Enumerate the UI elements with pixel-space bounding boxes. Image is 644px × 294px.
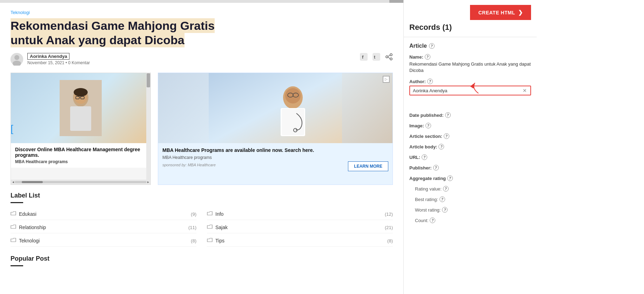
image-help-icon[interactable]: ? (425, 123, 431, 128)
facebook-icon[interactable]: f (360, 53, 368, 62)
publisher-help-icon[interactable]: ? (433, 165, 439, 171)
aggregate-rating-help-icon[interactable]: ? (447, 175, 453, 181)
ad-left-image (11, 73, 150, 143)
ad-flag: ▷ (383, 76, 390, 83)
folder-icon-info (207, 211, 213, 218)
right-panel: CREATE HTML ❯ Records (1) Article ? Name… (403, 0, 537, 294)
ad-block-right: ▷ MBA Healthcare Programs are available … (158, 73, 393, 185)
url-field-row: URL: ? (409, 154, 531, 160)
best-rating-help-icon[interactable]: ? (440, 196, 445, 202)
label-item-tips[interactable]: Tips (8) (207, 235, 393, 247)
svg-rect-20 (209, 73, 342, 143)
label-item-sajak[interactable]: Sajak (21) (207, 222, 393, 233)
ad-right-image: ▷ (158, 73, 393, 143)
svg-point-9 (390, 58, 392, 60)
url-help-icon[interactable]: ? (422, 154, 427, 160)
date-field-label: Date published: ? (409, 112, 531, 118)
article-section-help-icon[interactable]: ? (444, 133, 449, 139)
records-title: Records (1) (409, 20, 531, 32)
popular-post-underline (11, 265, 23, 266)
scroll-right-arrow[interactable]: ▸ (147, 180, 150, 184)
ad-sponsored: sponsored by: MBA Healthcare (162, 163, 216, 167)
rating-value-help-icon[interactable]: ? (443, 186, 449, 192)
svg-text:t: t (374, 55, 375, 60)
count-help-icon[interactable]: ? (430, 218, 435, 223)
popular-post-section: Popular Post (11, 255, 393, 266)
panel-body: Article ? Name: ? Rekomendasi Game Mahjo… (404, 37, 537, 234)
article-category[interactable]: Teknologi (11, 10, 393, 15)
aggregate-rating-label: Aggregate rating ? (409, 175, 531, 181)
ad-right-bottom: sponsored by: MBA Healthcare LEARN MORE (162, 161, 388, 171)
author-clear-button[interactable]: ✕ (522, 88, 528, 93)
rating-value-label: Rating value: ? (415, 186, 531, 192)
label-item-edukasi[interactable]: Edukasi (9) (11, 209, 196, 220)
article-body-field-row: Article body: ? (409, 144, 531, 149)
image-field-label: Image: ? (409, 123, 531, 128)
label-item-info[interactable]: Info (12) (207, 209, 393, 220)
svg-point-7 (390, 54, 392, 56)
folder-icon-edukasi (11, 211, 16, 218)
folder-icon-tips (207, 238, 213, 244)
folder-icon-relationship (11, 224, 16, 231)
author-help-icon[interactable]: ? (427, 79, 433, 84)
folder-icon-sajak (207, 224, 213, 231)
ad-left-title: Discover Online MBA Healthcare Managemen… (15, 147, 146, 158)
author-name[interactable]: Aorinka Anendya (27, 53, 69, 60)
worst-rating-help-icon[interactable]: ? (442, 207, 448, 213)
create-html-arrow: ❯ (518, 9, 523, 16)
date-help-icon[interactable]: ? (445, 112, 451, 118)
author-input[interactable] (413, 88, 522, 93)
svg-line-10 (388, 55, 390, 56)
author-row: Aorinka Anendya November 15, 2021 • 0 Ko… (11, 53, 393, 66)
scrollbar-thumb (389, 0, 403, 3)
article-title: Rekomendasi Game Mahjong Gratis untuk An… (11, 18, 215, 47)
ad-left-hscrollbar[interactable]: ◂ ▸ (11, 180, 150, 185)
ad-block-left: [ Discover (11, 73, 151, 185)
url-field-label: URL: ? (409, 154, 531, 160)
name-field-value: Rekomendasi Game Mahjong Gratis untuk An… (409, 61, 531, 74)
svg-rect-24 (282, 109, 304, 135)
author-avatar (11, 53, 23, 66)
best-rating-label: Best rating: ? (415, 196, 531, 202)
rating-value-row: Rating value: ? (409, 186, 531, 192)
page-scrollbar[interactable] (0, 0, 403, 3)
panel-header: CREATE HTML ❯ Records (1) (404, 0, 537, 37)
main-content: Teknologi Rekomendasi Game Mahjong Grati… (0, 0, 403, 294)
scroll-left-arrow[interactable]: ◂ (12, 180, 15, 184)
date-field-row: Date published: ? (409, 112, 531, 118)
ad-left-vscrollbar[interactable] (146, 73, 150, 185)
svg-point-8 (386, 56, 388, 58)
worst-rating-row: Worst rating: ? (409, 207, 531, 213)
svg-line-11 (388, 57, 390, 59)
article-body-help-icon[interactable]: ? (438, 144, 444, 149)
article-section-title: Article ? (409, 43, 531, 49)
name-field-label: Name: ? (409, 54, 531, 60)
twitter-icon[interactable]: t (373, 53, 380, 62)
best-rating-row: Best rating: ? (409, 196, 531, 202)
label-underline (11, 202, 23, 203)
label-item-relationship[interactable]: Relationship (11) (11, 222, 196, 233)
scroll-track (15, 181, 147, 183)
popular-post-heading: Popular Post (11, 255, 393, 262)
image-field-row: Image: ? (409, 123, 531, 128)
name-help-icon[interactable]: ? (425, 54, 430, 60)
arrow-svg (468, 81, 489, 95)
learn-more-button[interactable]: LEARN MORE (348, 161, 388, 171)
article-body-field-label: Article body: ? (409, 144, 531, 149)
ad-right-body: MBA Healthcare Programs are available on… (158, 143, 393, 175)
ad-left-vscroll-thumb (147, 73, 150, 87)
share-icon[interactable] (385, 53, 393, 62)
article-help-icon[interactable]: ? (429, 43, 435, 49)
article-section-field-row: Article section: ? (409, 133, 531, 139)
folder-icon-teknologi (11, 238, 16, 244)
article-title-wrap: Rekomendasi Game Mahjong Gratis untuk An… (11, 19, 393, 47)
svg-point-16 (74, 88, 88, 96)
author-meta: November 15, 2021 • 0 Komentar (27, 60, 90, 65)
create-html-button[interactable]: CREATE HTML ❯ (470, 5, 531, 20)
ad-right-sub: MBA Healthcare programs (162, 155, 388, 160)
label-item-teknologi[interactable]: Teknologi (8) (11, 235, 196, 247)
name-field-row: Name: ? Rekomendasi Game Mahjong Gratis … (409, 54, 531, 74)
label-list-section: Label List Edukasi (9) Info (12) (11, 192, 393, 247)
count-row: Count: ? (409, 218, 531, 223)
ad-left-body: Discover Online MBA Healthcare Managemen… (11, 143, 150, 168)
